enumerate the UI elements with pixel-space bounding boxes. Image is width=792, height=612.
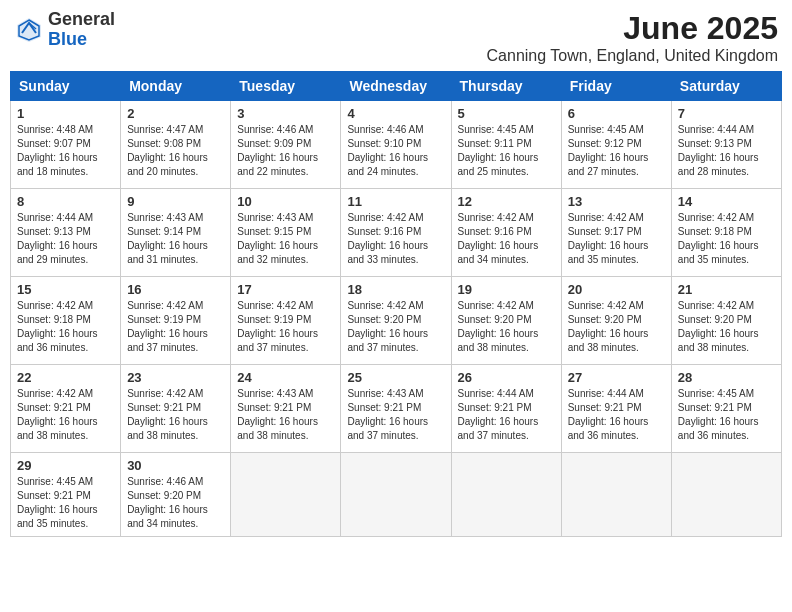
title-area: June 2025 Canning Town, England, United … xyxy=(487,10,778,65)
logo: General Blue xyxy=(14,10,115,50)
table-row: 29Sunrise: 4:45 AMSunset: 9:21 PMDayligh… xyxy=(11,453,121,537)
logo-general-text: General xyxy=(48,10,115,30)
table-row: 10Sunrise: 4:43 AMSunset: 9:15 PMDayligh… xyxy=(231,189,341,277)
table-row: 3Sunrise: 4:46 AMSunset: 9:09 PMDaylight… xyxy=(231,101,341,189)
location: Canning Town, England, United Kingdom xyxy=(487,47,778,65)
col-saturday: Saturday xyxy=(671,72,781,101)
header-row: Sunday Monday Tuesday Wednesday Thursday… xyxy=(11,72,782,101)
table-row xyxy=(561,453,671,537)
logo-icon xyxy=(14,15,44,45)
table-row: 7Sunrise: 4:44 AMSunset: 9:13 PMDaylight… xyxy=(671,101,781,189)
table-row: 16Sunrise: 4:42 AMSunset: 9:19 PMDayligh… xyxy=(121,277,231,365)
table-row: 23Sunrise: 4:42 AMSunset: 9:21 PMDayligh… xyxy=(121,365,231,453)
week-row-1: 1Sunrise: 4:48 AMSunset: 9:07 PMDaylight… xyxy=(11,101,782,189)
table-row: 4Sunrise: 4:46 AMSunset: 9:10 PMDaylight… xyxy=(341,101,451,189)
table-row: 5Sunrise: 4:45 AMSunset: 9:11 PMDaylight… xyxy=(451,101,561,189)
table-row: 8Sunrise: 4:44 AMSunset: 9:13 PMDaylight… xyxy=(11,189,121,277)
logo-text: General Blue xyxy=(48,10,115,50)
calendar-table: Sunday Monday Tuesday Wednesday Thursday… xyxy=(10,71,782,537)
table-row: 17Sunrise: 4:42 AMSunset: 9:19 PMDayligh… xyxy=(231,277,341,365)
table-row: 18Sunrise: 4:42 AMSunset: 9:20 PMDayligh… xyxy=(341,277,451,365)
month-title: June 2025 xyxy=(487,10,778,47)
logo-blue-text: Blue xyxy=(48,30,115,50)
table-row: 27Sunrise: 4:44 AMSunset: 9:21 PMDayligh… xyxy=(561,365,671,453)
table-row: 1Sunrise: 4:48 AMSunset: 9:07 PMDaylight… xyxy=(11,101,121,189)
table-row: 19Sunrise: 4:42 AMSunset: 9:20 PMDayligh… xyxy=(451,277,561,365)
page-header: General Blue June 2025 Canning Town, Eng… xyxy=(10,10,782,65)
week-row-5: 29Sunrise: 4:45 AMSunset: 9:21 PMDayligh… xyxy=(11,453,782,537)
table-row: 14Sunrise: 4:42 AMSunset: 9:18 PMDayligh… xyxy=(671,189,781,277)
table-row: 26Sunrise: 4:44 AMSunset: 9:21 PMDayligh… xyxy=(451,365,561,453)
week-row-3: 15Sunrise: 4:42 AMSunset: 9:18 PMDayligh… xyxy=(11,277,782,365)
week-row-2: 8Sunrise: 4:44 AMSunset: 9:13 PMDaylight… xyxy=(11,189,782,277)
table-row: 9Sunrise: 4:43 AMSunset: 9:14 PMDaylight… xyxy=(121,189,231,277)
col-sunday: Sunday xyxy=(11,72,121,101)
table-row xyxy=(671,453,781,537)
table-row xyxy=(231,453,341,537)
table-row: 12Sunrise: 4:42 AMSunset: 9:16 PMDayligh… xyxy=(451,189,561,277)
table-row: 28Sunrise: 4:45 AMSunset: 9:21 PMDayligh… xyxy=(671,365,781,453)
table-row xyxy=(341,453,451,537)
col-thursday: Thursday xyxy=(451,72,561,101)
col-wednesday: Wednesday xyxy=(341,72,451,101)
table-row: 21Sunrise: 4:42 AMSunset: 9:20 PMDayligh… xyxy=(671,277,781,365)
col-monday: Monday xyxy=(121,72,231,101)
col-friday: Friday xyxy=(561,72,671,101)
table-row: 22Sunrise: 4:42 AMSunset: 9:21 PMDayligh… xyxy=(11,365,121,453)
table-row: 30Sunrise: 4:46 AMSunset: 9:20 PMDayligh… xyxy=(121,453,231,537)
table-row: 13Sunrise: 4:42 AMSunset: 9:17 PMDayligh… xyxy=(561,189,671,277)
table-row: 25Sunrise: 4:43 AMSunset: 9:21 PMDayligh… xyxy=(341,365,451,453)
col-tuesday: Tuesday xyxy=(231,72,341,101)
table-row: 11Sunrise: 4:42 AMSunset: 9:16 PMDayligh… xyxy=(341,189,451,277)
week-row-4: 22Sunrise: 4:42 AMSunset: 9:21 PMDayligh… xyxy=(11,365,782,453)
table-row: 6Sunrise: 4:45 AMSunset: 9:12 PMDaylight… xyxy=(561,101,671,189)
table-row: 15Sunrise: 4:42 AMSunset: 9:18 PMDayligh… xyxy=(11,277,121,365)
table-row: 20Sunrise: 4:42 AMSunset: 9:20 PMDayligh… xyxy=(561,277,671,365)
table-row: 24Sunrise: 4:43 AMSunset: 9:21 PMDayligh… xyxy=(231,365,341,453)
table-row: 2Sunrise: 4:47 AMSunset: 9:08 PMDaylight… xyxy=(121,101,231,189)
table-row xyxy=(451,453,561,537)
